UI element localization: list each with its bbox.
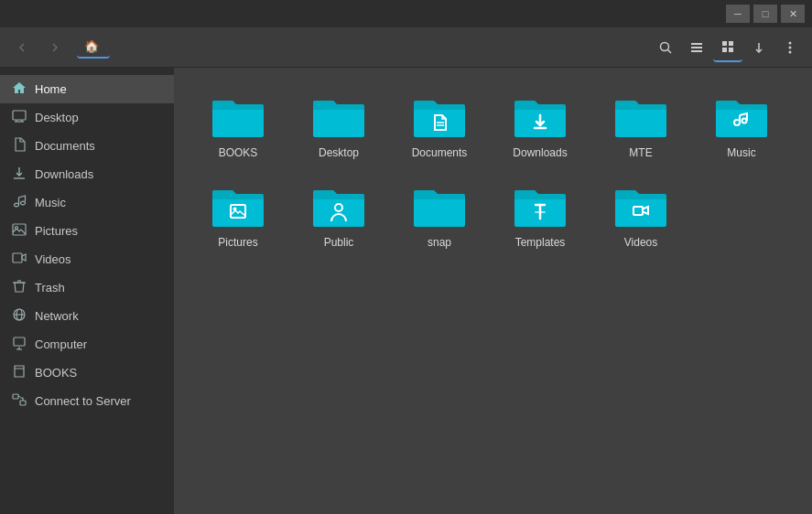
svg-rect-4 [691, 50, 702, 52]
file-item-snap[interactable]: snap [394, 176, 485, 256]
file-item-books[interactable]: BOOKS [192, 86, 284, 166]
file-label-documents: Documents [412, 146, 468, 159]
forward-button[interactable] [40, 33, 70, 62]
file-item-public[interactable]: Public [293, 176, 384, 256]
sidebar-item-network[interactable]: Network [0, 302, 174, 330]
sidebar-label-connect: Connect to Server [35, 394, 131, 408]
sidebar-label-music: Music [35, 196, 66, 209]
file-grid: BOOKS Desktop Documents Downloads [174, 68, 812, 514]
sidebar-item-documents[interactable]: Documents [0, 132, 174, 160]
svg-rect-8 [729, 48, 733, 52]
file-label-videos: Videos [624, 236, 657, 249]
svg-rect-3 [691, 47, 702, 48]
search-icon [658, 40, 673, 55]
svg-rect-20 [13, 224, 26, 235]
back-icon [15, 40, 29, 55]
svg-line-1 [668, 49, 672, 53]
sort-button[interactable] [744, 33, 774, 62]
svg-rect-5 [722, 41, 727, 46]
svg-rect-2 [691, 43, 702, 45]
titlebar: ─ □ ✕ [0, 0, 812, 27]
svg-rect-32 [20, 401, 26, 405]
sidebar-label-books: BOOKS [35, 366, 77, 380]
trash-sidebar-icon [11, 279, 27, 296]
file-item-videos[interactable]: Videos [595, 176, 687, 256]
home-sidebar-icon [11, 80, 27, 98]
maximize-button[interactable]: □ [753, 5, 777, 23]
file-label-books: BOOKS [219, 146, 258, 159]
pictures-sidebar-icon [11, 222, 27, 240]
folder-icon-desktop [311, 93, 366, 141]
back-button[interactable] [7, 33, 37, 62]
svg-point-19 [21, 201, 26, 205]
folder-icon-snap [412, 183, 467, 230]
books-sidebar-icon [11, 364, 27, 381]
file-label-pictures: Pictures [218, 236, 257, 249]
sidebar-label-computer: Computer [35, 337, 87, 351]
folder-icon-mte [613, 93, 668, 141]
connect-sidebar-icon [11, 392, 27, 410]
file-label-music: Music [727, 146, 755, 159]
forward-icon [48, 40, 62, 55]
sidebar-item-pictures[interactable]: Pictures [0, 217, 174, 245]
file-label-downloads: Downloads [513, 146, 567, 159]
folder-icon-pictures [211, 183, 265, 230]
grid-view-icon [720, 39, 735, 54]
sidebar-label-desktop: Desktop [35, 111, 79, 124]
file-item-pictures[interactable]: Pictures [192, 176, 284, 256]
file-item-downloads[interactable]: Downloads [494, 86, 586, 166]
sort-icon [752, 40, 766, 55]
file-item-documents[interactable]: Documents [394, 86, 485, 166]
sidebar-item-home[interactable]: Home [0, 75, 174, 103]
sidebar-item-desktop[interactable]: Desktop [0, 103, 174, 132]
sidebar-label-downloads: Downloads [35, 167, 93, 181]
svg-rect-27 [14, 337, 25, 346]
file-item-music[interactable]: Music [696, 86, 787, 166]
window-controls: ─ □ ✕ [726, 5, 805, 23]
computer-sidebar-icon [11, 336, 27, 353]
sidebar-item-computer[interactable]: Computer [0, 330, 174, 359]
documents-sidebar-icon [11, 137, 27, 155]
sidebar-label-documents: Documents [35, 139, 95, 153]
folder-icon-documents [412, 93, 467, 141]
file-item-templates[interactable]: Templates [494, 176, 586, 256]
sidebar-item-downloads[interactable]: Downloads [0, 160, 174, 188]
sidebar-label-videos: Videos [35, 252, 71, 266]
desktop-sidebar-icon [11, 109, 27, 126]
grid-view-button[interactable] [713, 33, 742, 62]
folder-icon-downloads [513, 93, 568, 141]
file-item-mte[interactable]: MTE [595, 86, 687, 166]
sidebar-label-trash: Trash [35, 281, 65, 294]
file-label-public: Public [324, 236, 354, 249]
menu-button[interactable] [775, 33, 805, 62]
svg-rect-13 [13, 111, 26, 120]
toolbar: 🏠 [0, 27, 812, 68]
toolbar-right [651, 33, 805, 62]
file-label-mte: MTE [629, 146, 652, 159]
minimize-button[interactable]: ─ [726, 5, 750, 23]
svg-rect-7 [722, 48, 727, 52]
overflow-menu-icon [783, 40, 797, 55]
svg-rect-22 [13, 253, 22, 262]
sidebar-label-pictures: Pictures [35, 224, 78, 238]
list-view-button[interactable] [682, 33, 711, 62]
sidebar: Home Desktop Documents Downloads Music P… [0, 68, 174, 514]
music-sidebar-icon [11, 194, 27, 211]
sidebar-item-trash[interactable]: Trash [0, 273, 174, 302]
sidebar-label-home: Home [35, 82, 67, 96]
sidebar-item-music[interactable]: Music [0, 188, 174, 217]
svg-rect-31 [13, 394, 18, 399]
sidebar-item-videos[interactable]: Videos [0, 245, 174, 273]
file-item-desktop[interactable]: Desktop [293, 86, 384, 166]
breadcrumb-home[interactable]: 🏠 [77, 36, 110, 59]
videos-sidebar-icon [11, 251, 27, 268]
folder-icon-books [211, 93, 265, 141]
svg-point-28 [18, 348, 20, 349]
sidebar-item-books[interactable]: BOOKS [0, 359, 174, 387]
search-button[interactable] [651, 33, 680, 62]
svg-point-10 [789, 41, 792, 44]
file-label-templates: Templates [515, 236, 566, 249]
close-button[interactable]: ✕ [781, 5, 805, 23]
svg-point-12 [789, 50, 792, 53]
sidebar-item-connect[interactable]: Connect to Server [0, 387, 174, 415]
